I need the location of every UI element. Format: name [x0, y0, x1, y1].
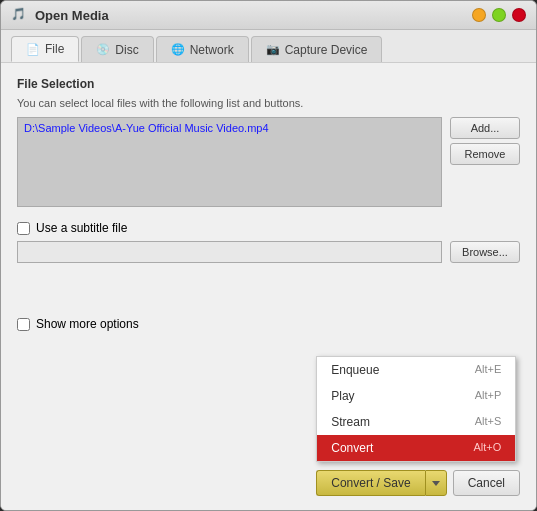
title-bar: 🎵 Open Media	[1, 1, 536, 30]
convert-save-button[interactable]: Convert / Save	[316, 470, 424, 496]
browse-button[interactable]: Browse...	[450, 241, 520, 263]
minimize-button[interactable]	[472, 8, 486, 22]
tab-network[interactable]: 🌐 Network	[156, 36, 249, 62]
subtitle-checkbox[interactable]	[17, 222, 30, 235]
app-icon: 🎵	[11, 7, 27, 23]
cancel-button[interactable]: Cancel	[453, 470, 520, 496]
convert-save-wrapper: Enqueue Alt+E Play Alt+P Stream Alt+S Co…	[316, 470, 446, 496]
subtitle-section: Use a subtitle file Browse...	[17, 221, 520, 263]
add-button[interactable]: Add...	[450, 117, 520, 139]
subtitle-checkbox-label: Use a subtitle file	[36, 221, 127, 235]
tab-disc[interactable]: 💿 Disc	[81, 36, 153, 62]
file-tab-icon: 📄	[26, 43, 40, 56]
show-more-checkbox[interactable]	[17, 318, 30, 331]
convert-shortcut: Alt+O	[473, 441, 501, 455]
play-shortcut: Alt+P	[475, 389, 502, 403]
window-controls	[472, 8, 526, 22]
convert-save-group: Convert / Save	[316, 470, 446, 496]
dropdown-menu: Enqueue Alt+E Play Alt+P Stream Alt+S Co…	[316, 356, 516, 462]
window-title: Open Media	[35, 8, 464, 23]
close-button[interactable]	[512, 8, 526, 22]
dropdown-item-stream[interactable]: Stream Alt+S	[317, 409, 515, 435]
enqueue-shortcut: Alt+E	[475, 363, 502, 377]
content-area: File Selection You can select local file…	[1, 63, 536, 510]
dropdown-item-convert[interactable]: Convert Alt+O	[317, 435, 515, 461]
convert-save-dropdown-arrow[interactable]	[425, 470, 447, 496]
file-path-text: D:\Sample Videos\A-Yue Official Music Vi…	[24, 122, 269, 134]
show-more-row: Show more options	[17, 317, 520, 331]
capture-tab-icon: 📷	[266, 43, 280, 56]
file-list-container: D:\Sample Videos\A-Yue Official Music Vi…	[17, 117, 520, 207]
file-selection-title: File Selection	[17, 77, 520, 91]
tab-network-label: Network	[190, 43, 234, 57]
file-list[interactable]: D:\Sample Videos\A-Yue Official Music Vi…	[17, 117, 442, 207]
tab-file[interactable]: 📄 File	[11, 36, 79, 62]
dropdown-item-enqueue[interactable]: Enqueue Alt+E	[317, 357, 515, 383]
disc-tab-icon: 💿	[96, 43, 110, 56]
remove-button[interactable]: Remove	[450, 143, 520, 165]
dropdown-arrow-icon	[432, 481, 440, 486]
open-media-window: 🎵 Open Media 📄 File 💿 Disc 🌐 Network 📷 C…	[0, 0, 537, 511]
tabs-bar: 📄 File 💿 Disc 🌐 Network 📷 Capture Device	[1, 30, 536, 63]
dropdown-item-play[interactable]: Play Alt+P	[317, 383, 515, 409]
subtitle-checkbox-row: Use a subtitle file	[17, 221, 520, 235]
file-buttons: Add... Remove	[450, 117, 520, 207]
network-tab-icon: 🌐	[171, 43, 185, 56]
spacer	[17, 277, 520, 317]
enqueue-label: Enqueue	[331, 363, 379, 377]
subtitle-input-row: Browse...	[17, 241, 520, 263]
tab-capture[interactable]: 📷 Capture Device	[251, 36, 383, 62]
stream-label: Stream	[331, 415, 370, 429]
subtitle-input[interactable]	[17, 241, 442, 263]
show-more-label: Show more options	[36, 317, 139, 331]
convert-label: Convert	[331, 441, 373, 455]
tab-disc-label: Disc	[115, 43, 138, 57]
stream-shortcut: Alt+S	[475, 415, 502, 429]
maximize-button[interactable]	[492, 8, 506, 22]
tab-capture-label: Capture Device	[285, 43, 368, 57]
play-label: Play	[331, 389, 354, 403]
tab-file-label: File	[45, 42, 64, 56]
file-selection-description: You can select local files with the foll…	[17, 97, 520, 109]
bottom-bar: Enqueue Alt+E Play Alt+P Stream Alt+S Co…	[316, 470, 520, 496]
